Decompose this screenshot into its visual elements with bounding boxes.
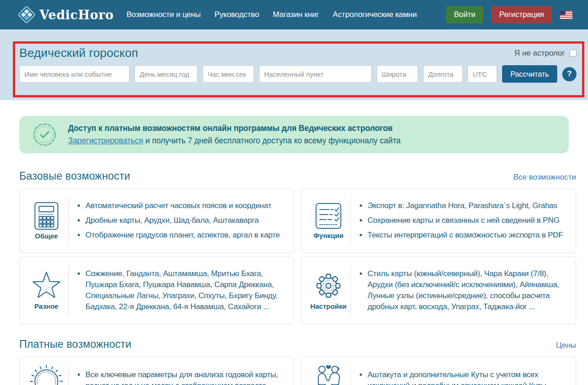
card-settings: Настройки Стиль карты (южный/северный), … — [301, 256, 576, 324]
feature-list: Сожжение, Ганданта, Аштамамша, Мритью Бх… — [69, 265, 287, 316]
name-input[interactable] — [19, 65, 130, 83]
feature-list: Экспорт в: Jagannatha Hora, Parashara`s … — [351, 197, 563, 244]
nav-actions: Войти Регистрация — [446, 6, 572, 23]
star-icon — [30, 271, 62, 301]
horoscope-form-highlight: Ведический гороскоп Я не астролог Рассчи… — [13, 41, 584, 97]
login-button[interactable]: Войти — [446, 6, 483, 23]
feature-bullet: Стиль карты (южный/северный), Чара Карак… — [368, 268, 569, 312]
feature-list: Стиль карты (южный/северный), Чара Карак… — [351, 265, 569, 316]
card-varshaphala: Все ключевые параметры для анализа годов… — [19, 357, 294, 385]
trial-banner: Доступ к платным возможностям онлайн про… — [19, 116, 569, 153]
nav-item-features-prices[interactable]: Возможности и цены — [126, 10, 200, 19]
card-compatibility: Аштакута и дополнительные Куты с учетом … — [301, 357, 576, 385]
nav-item-guide[interactable]: Руководство — [215, 10, 259, 19]
couple-icon — [311, 363, 346, 385]
card-label: Разное — [34, 302, 58, 310]
hero-section: Ведический гороскоп Я не астролог Рассчи… — [0, 29, 588, 100]
paid-features-title: Платные возможности — [19, 338, 131, 351]
city-input[interactable] — [259, 65, 372, 83]
feature-bullet: Автоматический расчет часовых поясов и к… — [85, 200, 280, 211]
badge-check-icon — [32, 122, 57, 147]
banner-subtitle: Зарегистрироваться и получить 7 дней бес… — [68, 135, 401, 147]
register-link[interactable]: Зарегистрироваться — [68, 136, 143, 145]
all-features-link[interactable]: Все возможности — [513, 173, 576, 182]
horoscope-form: Рассчитать ? — [19, 65, 577, 83]
banner-subtitle-text: и получить 7 дней бесплатного доступа ко… — [143, 136, 401, 145]
paid-features-cards: Все ключевые параметры для анализа годов… — [19, 357, 576, 385]
register-button[interactable]: Регистрация — [492, 6, 552, 23]
card-label: Функции — [313, 232, 343, 239]
sun-icon — [28, 363, 64, 385]
latitude-input[interactable] — [377, 65, 418, 83]
longitude-input[interactable] — [423, 65, 463, 83]
feature-bullet: Все ключевые параметры для анализа годов… — [85, 369, 287, 385]
basic-features-header: Базовые возможности Все возможности — [19, 170, 576, 182]
brand-logo[interactable]: VedicHoro — [18, 6, 113, 23]
basic-features-cards: Общее Автоматический расчет часовых пояс… — [19, 188, 576, 324]
card-general: Общее Автоматический расчет часовых пояс… — [19, 188, 294, 253]
feature-bullet: Дробные карты, Арудхи, Шад-бала, Аштакав… — [85, 215, 280, 226]
not-astrologer-checkbox[interactable] — [570, 50, 577, 57]
gear-icon — [313, 271, 344, 301]
feature-bullet: Сохранение карты и связанных с ней сведе… — [368, 215, 563, 226]
paid-features-header: Платные возможности Цены — [19, 338, 576, 351]
time-input[interactable] — [203, 65, 254, 83]
feature-list: Все ключевые параметры для анализа годов… — [69, 366, 287, 385]
page-title: Ведический гороскоп — [19, 46, 138, 60]
main-content: Доступ к платным возможностям онлайн про… — [0, 116, 588, 385]
checklist-icon — [314, 202, 343, 230]
calculator-icon — [33, 201, 60, 231]
basic-features-title: Базовые возможности — [19, 170, 130, 182]
feature-bullet: Отображение градусов планет, аспектов, а… — [85, 230, 280, 241]
navbar: VedicHoro Возможности и цены Руководство… — [0, 0, 588, 29]
help-icon[interactable]: ? — [562, 67, 577, 81]
feature-bullet: Аштакута и дополнительные Куты с учетом … — [368, 369, 569, 385]
feature-bullet: Тексты интерпретаций с возможностью эксп… — [368, 230, 563, 241]
card-label: Общее — [35, 232, 58, 240]
feature-list: Автоматический расчет часовых поясов и к… — [69, 197, 280, 244]
card-functions: Функции Экспорт в: Jagannatha Hora, Para… — [301, 188, 576, 253]
brand-name: VedicHoro — [40, 8, 113, 22]
utc-input[interactable] — [468, 65, 497, 83]
feature-bullet: Экспорт в: Jagannatha Hora, Parashara`s … — [368, 200, 563, 211]
card-label: Настройки — [310, 302, 346, 310]
date-input[interactable] — [135, 65, 198, 83]
calculate-button[interactable]: Рассчитать — [502, 65, 557, 83]
not-astrologer-label: Я не астролог — [514, 49, 565, 58]
banner-title: Доступ к платным возможностям онлайн про… — [68, 122, 401, 135]
not-astrologer-row: Я не астролог — [514, 49, 577, 58]
prices-link[interactable]: Цены — [556, 341, 576, 350]
feature-list: Аштакута и дополнительные Куты с учетом … — [351, 366, 569, 385]
vedichoro-logo-icon — [18, 6, 35, 23]
nav-item-bookstore[interactable]: Магазин книг — [273, 10, 319, 19]
nav-links: Возможности и цены Руководство Магазин к… — [126, 10, 417, 19]
nav-item-astro-stones[interactable]: Астрологические камни — [333, 10, 417, 19]
card-misc: Разное Сожжение, Ганданта, Аштамамша, Мр… — [19, 256, 294, 324]
us-flag-icon[interactable] — [560, 11, 572, 19]
feature-bullet: Сожжение, Ганданта, Аштамамша, Мритью Бх… — [85, 268, 287, 312]
